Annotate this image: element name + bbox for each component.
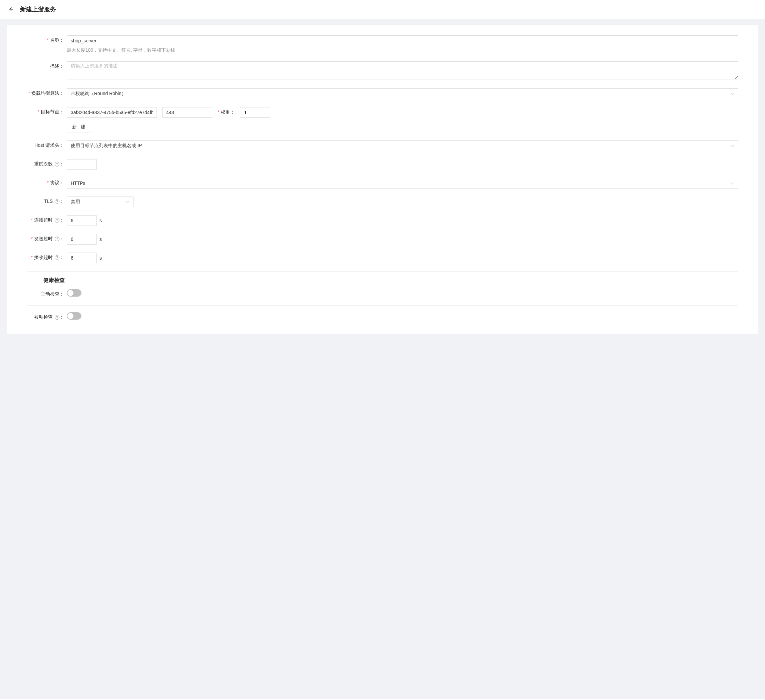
divider [27,305,738,306]
row-active-check: 主动检查： [27,289,738,297]
label-name: *名称： [27,35,67,43]
label-connect-timeout: *连接超时 ?： [27,215,67,223]
input-send-timeout[interactable] [67,234,97,245]
select-host-header[interactable]: 使用目标节点列表中的主机名或 IP [67,140,738,151]
input-receive-timeout[interactable] [67,253,97,263]
input-name[interactable] [67,35,738,46]
switch-passive-check[interactable] [67,312,82,319]
section-health-check: 健康检查 主动检查： [27,271,738,297]
unit-receive-timeout: s [99,255,102,261]
help-icon[interactable]: ? [55,237,60,241]
switch-active-check[interactable] [67,289,82,297]
input-target-weight[interactable] [240,107,270,118]
row-protocol: *协议： HTTPs [27,178,738,189]
input-target-host[interactable] [67,107,157,118]
select-host-header-value: 使用目标节点列表中的主机名或 IP [71,143,142,149]
row-send-timeout: *发送超时 ?： s [27,234,738,245]
unit-send-timeout: s [99,237,102,242]
form-card: *名称： 最大长度100，支持中文、符号, 字母，数字和下划线 描述： *负载均… [7,25,758,333]
chevron-down-icon [730,92,734,96]
row-host-header: Host 请求头： 使用目标节点列表中的主机名或 IP [27,140,738,151]
chevron-down-icon [126,200,129,204]
label-receive-timeout: *接收超时 ?： [27,253,67,261]
select-protocol-value: HTTPs [71,181,85,186]
label-weight: *权重： [217,109,235,115]
row-load-balance: *负载均衡算法： 带权轮询（Round Robin） [27,88,738,99]
row-target-node: *目标节点： *权重： 新 建 [27,107,738,132]
select-load-balance-value: 带权轮询（Round Robin） [71,91,126,97]
help-name: 最大长度100，支持中文、符号, 字母，数字和下划线 [67,47,738,53]
back-arrow-icon[interactable] [8,6,15,13]
select-protocol[interactable]: HTTPs [67,178,738,189]
title-health-check: 健康检查 [43,277,738,284]
row-connect-timeout: *连接超时 ?： s [27,215,738,226]
label-tls: TLS ?： [27,197,67,204]
chevron-down-icon [730,181,734,185]
label-target-node: *目标节点： [27,107,67,115]
unit-connect-timeout: s [99,218,102,223]
label-protocol: *协议： [27,178,67,186]
select-tls[interactable]: 禁用 [67,197,134,207]
input-target-port[interactable] [162,107,212,118]
label-send-timeout: *发送超时 ?： [27,234,67,242]
help-icon[interactable]: ? [55,218,60,223]
label-active-check: 主动检查： [27,289,67,297]
row-name: *名称： 最大长度100，支持中文、符号, 字母，数字和下划线 [27,35,738,53]
textarea-description[interactable] [67,61,738,79]
label-host-header: Host 请求头： [27,140,67,148]
select-tls-value: 禁用 [71,199,80,205]
help-icon[interactable]: ? [55,162,60,167]
page-title: 新建上游服务 [20,5,56,13]
chevron-down-icon [730,144,734,148]
input-connect-timeout[interactable] [67,215,97,226]
row-description: 描述： [27,61,738,80]
label-retry: 重试次数 ?： [27,159,67,167]
row-passive-check: 被动检查 ?： [27,312,738,320]
input-retry[interactable] [67,159,97,170]
label-description: 描述： [27,61,67,69]
help-icon[interactable]: ? [55,255,60,260]
select-load-balance[interactable]: 带权轮询（Round Robin） [67,88,738,99]
help-icon[interactable]: ? [55,315,60,319]
row-tls: TLS ?： 禁用 [27,197,738,207]
help-icon[interactable]: ? [55,199,60,204]
row-receive-timeout: *接收超时 ?： s [27,253,738,263]
page-body: *名称： 最大长度100，支持中文、符号, 字母，数字和下划线 描述： *负载均… [0,19,765,698]
button-add-target[interactable]: 新 建 [67,122,92,132]
page-header: 新建上游服务 [0,0,765,19]
label-load-balance: *负载均衡算法： [27,88,67,96]
label-passive-check: 被动检查 ?： [27,312,67,320]
row-retry: 重试次数 ?： [27,159,738,170]
